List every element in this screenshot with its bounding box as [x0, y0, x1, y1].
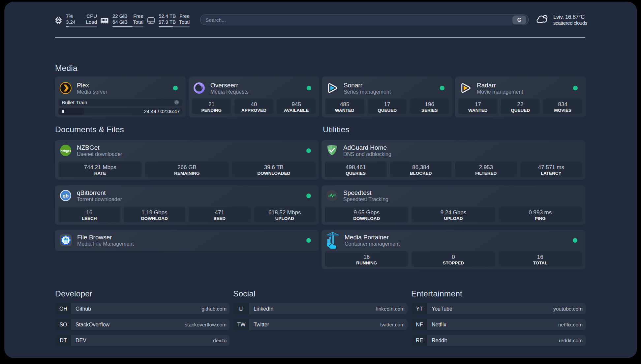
svg-text:nzbget: nzbget — [61, 149, 71, 153]
svg-text:qb: qb — [63, 193, 69, 198]
